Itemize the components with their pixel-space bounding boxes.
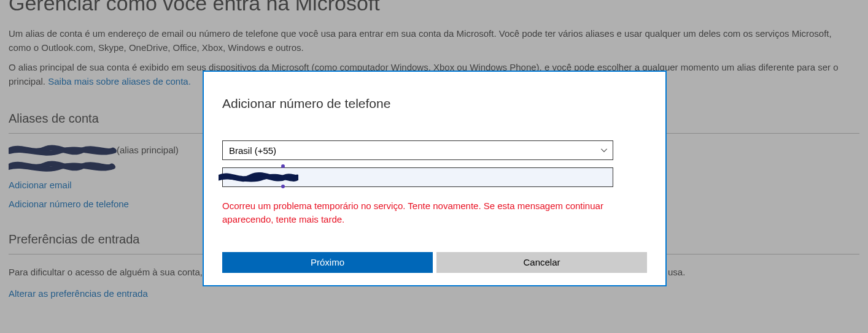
phone-input[interactable] xyxy=(222,167,613,187)
cancel-button[interactable]: Cancelar xyxy=(436,252,647,273)
modal-button-row: Próximo Cancelar xyxy=(222,252,647,273)
modal-title: Adicionar número de telefone xyxy=(222,96,647,111)
add-phone-modal: Adicionar número de telefone Brasil (+55… xyxy=(203,71,667,286)
next-button[interactable]: Próximo xyxy=(222,252,433,273)
country-select[interactable]: Brasil (+55) xyxy=(222,140,613,160)
country-select-wrap: Brasil (+55) xyxy=(222,140,647,160)
error-message: Ocorreu um problema temporário no serviç… xyxy=(222,199,640,226)
phone-input-wrap xyxy=(222,167,613,187)
